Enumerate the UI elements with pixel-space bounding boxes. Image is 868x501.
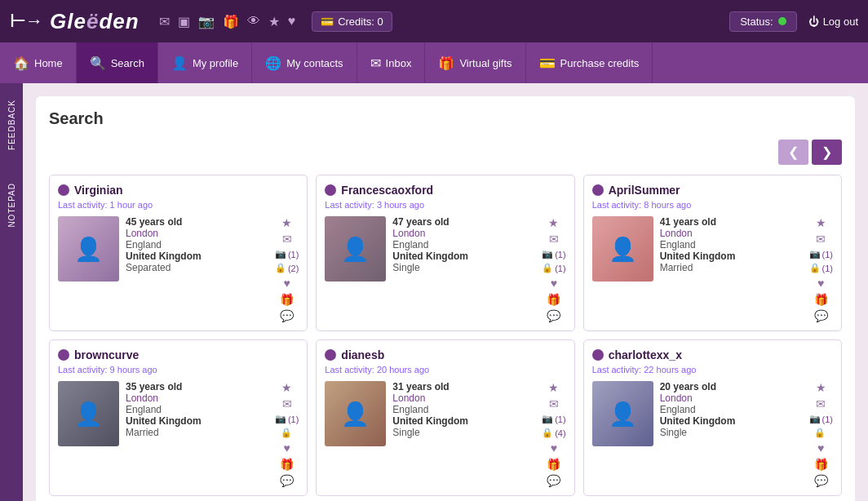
- username[interactable]: Virginian: [74, 184, 123, 197]
- photo-action-1[interactable]: 📷 (1): [275, 414, 299, 424]
- like-icon[interactable]: ♥: [817, 441, 824, 454]
- message-action-icon[interactable]: ✉: [816, 397, 826, 410]
- profile-photo[interactable]: 👤: [58, 381, 119, 446]
- photo-action-2[interactable]: 🔒 (1): [542, 263, 565, 273]
- like-icon[interactable]: ♥: [283, 441, 290, 454]
- feedback-label: FEEDBACK: [7, 100, 16, 150]
- message-action-icon[interactable]: ✉: [282, 233, 292, 246]
- profile-photo[interactable]: 👤: [325, 216, 386, 282]
- chat-icon[interactable]: 💬: [280, 474, 294, 487]
- photo-action-2[interactable]: 🔒 (4): [542, 428, 565, 438]
- card-icon[interactable]: ▣: [178, 14, 190, 29]
- nav-mycontacts[interactable]: 🌐 My contacts: [252, 42, 356, 83]
- photo-action-1[interactable]: 📷 (1): [809, 249, 833, 259]
- chat-icon[interactable]: 💬: [814, 474, 828, 487]
- private-photo-icon: 🔒: [275, 263, 286, 273]
- heart-icon[interactable]: ♥: [288, 14, 296, 29]
- eye-icon[interactable]: 👁: [247, 14, 260, 29]
- username[interactable]: Francescaoxford: [341, 184, 433, 197]
- logout-button[interactable]: ⏻ Log out: [808, 16, 858, 28]
- like-icon[interactable]: ♥: [817, 277, 824, 290]
- photo-action-1[interactable]: 📷 (1): [809, 414, 833, 424]
- sidebar-feedback[interactable]: FEEDBACK: [7, 100, 16, 150]
- nav-home[interactable]: 🏠 Home: [0, 42, 77, 83]
- camera-icon[interactable]: 📷: [198, 14, 215, 29]
- favourite-icon[interactable]: ★: [548, 381, 559, 394]
- message-action-icon[interactable]: ✉: [549, 397, 559, 410]
- message-icon[interactable]: ✉: [159, 14, 170, 29]
- chat-icon[interactable]: 💬: [814, 309, 828, 322]
- photo-placeholder: 👤: [609, 401, 637, 428]
- chat-icon[interactable]: 💬: [547, 309, 560, 322]
- gift-action-icon[interactable]: 🎁: [547, 293, 560, 306]
- card-body: 👤 47 years old London England United Kin…: [325, 216, 565, 322]
- private-photo-icon: 🔒: [281, 428, 292, 438]
- nav-virtualgifts[interactable]: 🎁 Virtual gifts: [425, 42, 525, 83]
- chat-icon[interactable]: 💬: [547, 474, 560, 487]
- nav-purchasecredits[interactable]: 💳 Purchase credits: [526, 42, 653, 83]
- profile-card: browncurve Last activity: 9 hours ago 👤 …: [49, 339, 308, 496]
- credits-badge[interactable]: 💳 Credits: 0: [312, 11, 392, 32]
- status: Single: [660, 427, 803, 438]
- region: England: [126, 239, 268, 250]
- photo-action-1[interactable]: 📷 (1): [542, 414, 565, 424]
- card-body: 👤 20 years old London England United Kin…: [592, 381, 833, 487]
- favourite-icon[interactable]: ★: [548, 216, 559, 229]
- gift-action-icon[interactable]: 🎁: [814, 458, 828, 471]
- username[interactable]: AprilSummer: [609, 184, 680, 197]
- photo-placeholder: 👤: [341, 236, 370, 263]
- page-title: Search: [49, 109, 842, 128]
- gift-action-icon[interactable]: 🎁: [280, 458, 294, 471]
- like-icon[interactable]: ♥: [283, 277, 290, 290]
- message-action-icon[interactable]: ✉: [816, 233, 826, 246]
- city: London: [126, 392, 268, 404]
- avatar: [58, 184, 69, 196]
- chat-icon[interactable]: 💬: [280, 309, 294, 322]
- star-icon[interactable]: ★: [268, 14, 280, 29]
- next-page-button[interactable]: ❯: [812, 140, 842, 165]
- sidebar-notepad[interactable]: NOTEPAD: [7, 183, 16, 228]
- username[interactable]: charlottexx_x: [609, 348, 682, 361]
- card-header: charlottexx_x: [592, 348, 833, 361]
- photo-action-2[interactable]: 🔒: [281, 428, 294, 438]
- nav-myprofile[interactable]: 👤 My profile: [158, 42, 252, 83]
- message-action-icon[interactable]: ✉: [282, 397, 292, 410]
- photo-count-2: (2): [288, 264, 299, 273]
- photo-action-1[interactable]: 📷 (1): [275, 249, 299, 259]
- gift-action-icon[interactable]: 🎁: [814, 293, 828, 306]
- region: England: [392, 404, 535, 415]
- nav-search[interactable]: 🔍 Search: [77, 42, 158, 83]
- username[interactable]: browncurve: [74, 348, 139, 361]
- favourite-icon[interactable]: ★: [816, 216, 826, 229]
- favourite-icon[interactable]: ★: [816, 381, 826, 394]
- logo-icon: ⊢→: [10, 11, 43, 32]
- profile-photo[interactable]: 👤: [592, 216, 653, 282]
- favourite-icon[interactable]: ★: [281, 216, 292, 229]
- age: 47 years old: [392, 216, 535, 228]
- card-info: 41 years old London England United Kingd…: [660, 216, 803, 322]
- photo-action-1[interactable]: 📷 (1): [542, 249, 565, 259]
- city: London: [126, 228, 268, 239]
- message-action-icon[interactable]: ✉: [549, 233, 559, 246]
- favourite-icon[interactable]: ★: [281, 381, 292, 394]
- like-icon[interactable]: ♥: [551, 441, 557, 454]
- profile-photo[interactable]: 👤: [325, 381, 386, 446]
- avatar: [58, 349, 69, 361]
- gift-action-icon[interactable]: 🎁: [280, 293, 294, 306]
- status: Married: [126, 427, 268, 438]
- gift-action-icon[interactable]: 🎁: [547, 458, 560, 471]
- like-icon[interactable]: ♥: [551, 277, 557, 290]
- private-photo-icon: 🔒: [814, 428, 826, 438]
- photo-action-2[interactable]: 🔒 (2): [275, 263, 299, 273]
- country: United Kingdom: [660, 250, 803, 262]
- profile-photo[interactable]: 👤: [58, 216, 119, 282]
- username[interactable]: dianesb: [341, 348, 384, 361]
- home-icon: 🏠: [13, 55, 29, 71]
- gift-icon[interactable]: 🎁: [223, 14, 239, 29]
- status-indicator[interactable]: Status:: [729, 11, 796, 32]
- profile-photo[interactable]: 👤: [592, 381, 653, 446]
- nav-inbox[interactable]: ✉ Inbox: [357, 42, 426, 83]
- prev-page-button[interactable]: ❮: [778, 140, 808, 165]
- photo-action-2[interactable]: 🔒: [814, 428, 827, 438]
- photo-action-2[interactable]: 🔒 (1): [809, 263, 833, 273]
